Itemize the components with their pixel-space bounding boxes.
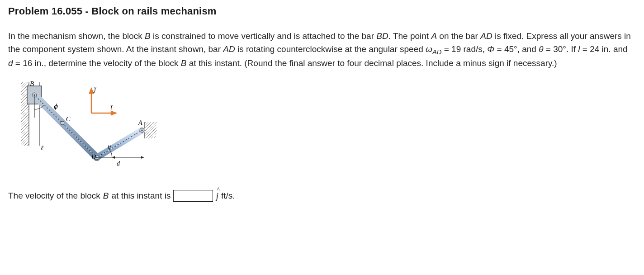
var-AD: AD	[223, 44, 235, 54]
label-d: d	[117, 160, 120, 167]
problem-description: In the mechanism shown, the block B is c…	[8, 30, 632, 70]
svg-marker-26	[90, 89, 93, 93]
label-l: ℓ	[41, 144, 43, 152]
var-B: B	[103, 191, 109, 201]
label-D: D	[91, 154, 96, 161]
desc-text: = 24 in. and	[580, 44, 628, 54]
desc-text: at this instant. (Round the final answer…	[187, 58, 557, 68]
label-j-hat: ĵ	[93, 85, 96, 93]
desc-text: on the bar	[437, 31, 480, 41]
answer-mid: at this instant is	[112, 191, 171, 201]
svg-point-20	[142, 130, 143, 131]
svg-point-16	[61, 121, 64, 125]
desc-text: In the mechanism shown, the block	[8, 31, 145, 41]
var-A: A	[431, 31, 437, 41]
label-theta: θ	[108, 144, 111, 151]
desc-text: is constrained to move vertically and is…	[151, 31, 377, 41]
var-d: d	[8, 58, 13, 68]
desc-text: . The point	[388, 31, 431, 41]
desc-text: is rotating counterclockwise at the angu…	[235, 44, 426, 54]
svg-marker-23	[112, 156, 115, 159]
svg-line-13	[97, 130, 142, 157]
label-A: A	[138, 119, 142, 126]
desc-text: = 19 rad/s,	[441, 44, 487, 54]
svg-rect-5	[145, 122, 156, 138]
mechanism-diagram: B C D A ℓ d ϕ θ ĵ î	[8, 78, 636, 177]
label-i-hat: î	[110, 104, 113, 111]
velocity-input[interactable]	[173, 190, 213, 202]
var-omega: ω	[426, 44, 432, 54]
answer-row: The velocity of the block B at this inst…	[8, 190, 636, 202]
var-BD: BD	[376, 31, 388, 41]
svg-marker-28	[111, 111, 116, 115]
var-omega-sub: AD	[432, 48, 442, 55]
var-B: B	[181, 58, 187, 68]
var-AD: AD	[480, 31, 492, 41]
unit-vector-j-hat-icon: j	[216, 191, 218, 201]
desc-text: = 16 in., determine the velocity of the …	[13, 58, 181, 68]
answer-prefix: The velocity of the block	[8, 191, 100, 201]
label-phi: ϕ	[53, 103, 58, 110]
svg-marker-24	[141, 156, 144, 159]
var-phi: Φ	[487, 44, 494, 54]
var-theta: θ	[539, 44, 543, 54]
problem-title: Problem 16.055 - Block on rails mechanis…	[8, 5, 636, 17]
desc-text: = 45°, and	[494, 44, 539, 54]
label-B: B	[30, 80, 34, 87]
desc-text: = 30°. If	[544, 44, 578, 54]
answer-units: ft/s.	[221, 191, 235, 201]
var-B: B	[145, 31, 151, 41]
label-C: C	[66, 116, 71, 123]
